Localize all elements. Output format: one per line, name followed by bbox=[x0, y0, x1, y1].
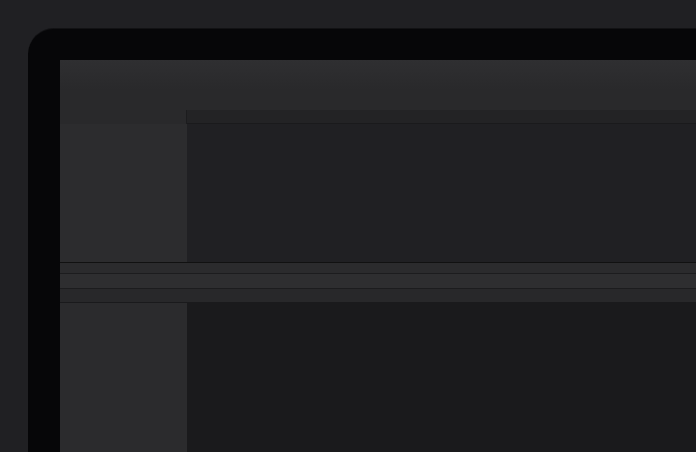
control-bar bbox=[60, 60, 696, 91]
sequencer-row-list bbox=[60, 303, 187, 452]
step-sequencer-panel bbox=[60, 262, 696, 452]
arrange-area bbox=[187, 124, 696, 262]
sequencer-pattern-row bbox=[60, 289, 696, 303]
step-sequencer-title-bar bbox=[60, 262, 696, 274]
logic-pro-window bbox=[60, 60, 696, 452]
sequencer-toolbar bbox=[60, 274, 696, 289]
track-header-strip bbox=[60, 110, 187, 124]
page-background bbox=[0, 0, 696, 452]
track-list bbox=[60, 124, 187, 262]
bar-ruler[interactable] bbox=[187, 110, 696, 124]
sequencer-step-grid bbox=[187, 303, 696, 452]
tracks-menu-bar bbox=[60, 90, 696, 111]
